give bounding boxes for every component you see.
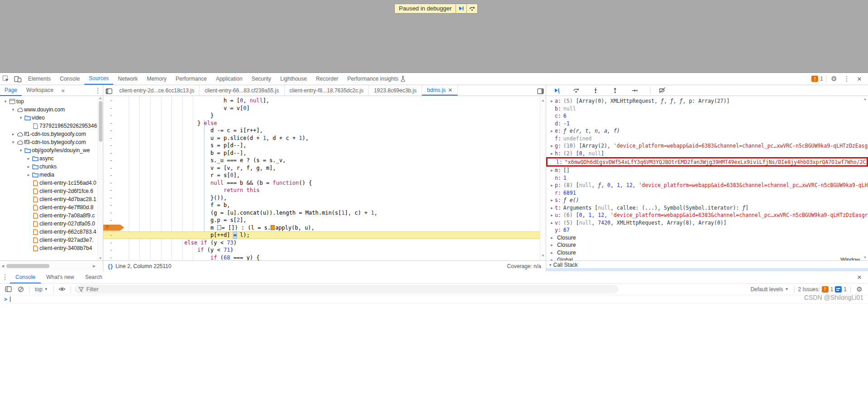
scope-row-l[interactable]: l:"x6mwQDh6dEgsvDWf54xLfY3q6VM3YQJBOtrEM… [546,157,868,167]
chevron-right-icon[interactable]: ▸ [549,213,555,217]
tree-item-media[interactable]: ▸media [0,171,103,179]
scroll-down-icon[interactable]: ▼ [863,255,867,259]
tab-sources[interactable]: Sources [84,73,113,85]
tab-security[interactable]: Security [247,73,276,85]
drawer-more-icon[interactable]: ⋮ [0,273,10,281]
scope-row-m[interactable]: ▸m:[] [546,167,868,174]
chevron-right-icon[interactable]: ▸ [549,129,555,133]
scope-row-g[interactable]: ▸g:(10) [Array(2), 'device_platform=weba… [546,142,868,150]
tab-performance-insights[interactable]: Performance insights [343,73,410,85]
scope-row-n[interactable]: n:1 [546,174,868,182]
inline-paused-marker[interactable] [271,225,275,230]
gutter-line-marker[interactable]: - [103,216,119,224]
scope-row-u[interactable]: ▸u:(6) [0, 1, 12, 'device_platform=webap… [546,211,868,219]
clear-console-icon[interactable] [16,283,25,295]
gutter-line-marker[interactable]: - [103,202,119,209]
inspect-element-icon[interactable] [0,73,12,85]
call-stack-selected-frame[interactable] [546,268,868,271]
scope-row[interactable]: ▸GlobalWindow [546,256,868,260]
code-editor[interactable]: - h = [0, null],- v = v[0]- }- } else- d… [103,96,546,260]
chevron-right-icon[interactable]: ▸ [549,198,555,202]
chevron-right-icon[interactable]: ▸ [26,173,31,177]
chevron-right-icon[interactable]: ▸ [549,250,555,255]
chevron-right-icon[interactable]: ▸ [549,235,555,240]
execution-pointer-tag[interactable]: ? [103,225,124,231]
tree-item-client-entry-7a08a8f9-c[interactable]: client-entry-7a08a8f9.c [0,211,103,220]
chevron-right-icon[interactable]: ▸ [549,151,555,156]
tree-item-async[interactable]: ▸async [0,154,103,163]
tab-console[interactable]: Console [55,73,84,85]
scroll-up-icon[interactable]: ▲ [863,97,867,101]
file-tab-client-entry-f8-18-7635dc2c-js[interactable]: client-entry-f8...18.7635dc2c.js [285,85,369,96]
scope-row-p[interactable]: ▸p:(8) [null, ƒ, 0, 1, 12, 'device_platf… [546,182,868,189]
tree-item-client-entry-3408b7b4[interactable]: client-entry-3408b7b4 [0,244,103,252]
file-tab-client-entry-66-83-cf239a55-js[interactable]: client-entry-66...83.cf239a55.js [199,85,284,96]
show-debugger-panel-icon[interactable] [535,85,546,96]
call-stack-header[interactable]: ▾ Call Stack [546,261,868,269]
close-drawer-icon[interactable]: ✕ [854,274,864,281]
device-toolbar-icon[interactable] [12,73,24,85]
pretty-print-icon[interactable]: { } [108,263,112,269]
scope-row-e[interactable]: ▸e:ƒ e(r, t, n, a, f) [546,127,868,135]
resume-script-icon[interactable] [553,86,561,95]
scope-vertical-scrollbar[interactable]: ▲ ▼ [862,96,868,260]
chevron-down-icon[interactable]: ▾ [3,99,8,104]
scroll-down-icon[interactable]: ▼ [542,252,544,260]
gutter-line-marker[interactable]: - [103,97,119,105]
chevron-down-icon[interactable]: ▾ [10,140,16,144]
chevron-right-icon[interactable]: ▸ [549,168,555,173]
gutter-line-marker[interactable]: - [103,142,119,149]
tab-recorder[interactable]: Recorder [311,73,343,85]
chevron-down-icon[interactable]: ▾ [10,107,16,112]
settings-gear-icon[interactable]: ⚙ [829,75,839,83]
scope-row-c[interactable]: c:6 [546,112,868,120]
eye-icon[interactable] [58,283,67,295]
console-filter-input[interactable]: Filter [74,285,618,293]
tab-application[interactable]: Application [211,73,247,85]
scope-row-f[interactable]: f:undefined [546,135,868,143]
scope-row[interactable]: ▸Closure [546,234,868,242]
tab-memory[interactable]: Memory [142,73,171,85]
gutter-line-marker[interactable]: - [103,239,119,247]
gutter-line-marker[interactable]: - [103,246,119,254]
gutter-line-marker[interactable]: - [103,120,119,127]
more-options-icon[interactable]: ⋮ [842,75,852,83]
scope-row-d[interactable]: d:-1 [546,120,868,128]
console-sidebar-icon[interactable] [4,283,13,295]
tree-item-video[interactable]: ▾video [0,114,103,122]
deactivate-breakpoints-icon[interactable] [658,86,666,95]
drawer-tab-what-s-new[interactable]: What's new [41,271,80,283]
step-over-banner-button[interactable] [466,4,477,13]
file-tab-bdms-js[interactable]: bdms.js✕ [422,85,458,96]
chevron-right-icon[interactable]: ▸ [549,221,555,225]
tree-item-client-entry-4d7bac28-1[interactable]: client-entry-4d7bac28.1 [0,195,103,203]
tab-workspace[interactable]: Workspace [22,85,58,96]
navigator-more-icon[interactable]: ⋮ [93,86,103,95]
tree-item-client-entry-662c8783-4[interactable]: client-entry-662c8783.4 [0,228,103,236]
gutter-line-marker[interactable]: - [103,254,119,261]
file-tab-1923-8c69ec3b-js[interactable]: 1923.8c69ec3b.js [369,85,422,96]
scope-row-a[interactable]: ▸a:(5) [Array(0), XMLHttpRequest, ƒ, ƒ, … [546,97,868,105]
navigator-vertical-scrollbar[interactable]: ▲ ▼ [97,96,103,260]
tab-network[interactable]: Network [113,73,142,85]
tab-elements[interactable]: Elements [24,73,55,85]
gutter-line-marker[interactable]: - [103,112,119,120]
tree-item-lf1-cdn-tos-bytegoofy-com[interactable]: ▸lf1-cdn-tos.bytegoofy.com [0,130,103,138]
scroll-up-icon[interactable]: ▲ [99,96,102,100]
scroll-left-icon[interactable]: ◀ [1,264,4,268]
drawer-tab-console[interactable]: Console [10,271,41,283]
gutter-line-marker[interactable]: - [103,134,119,142]
chevron-right-icon[interactable]: ▸ [549,243,555,247]
tree-item-www-douyin-com[interactable]: ▾www.douyin.com [0,106,103,114]
step-out-icon[interactable] [611,86,619,95]
tree-item-client-entry-927ad3e7[interactable]: client-entry-927ad3e7. [0,236,103,244]
more-tabs-icon[interactable]: » [58,87,68,94]
tab-performance[interactable]: Performance [171,73,211,85]
navigator-horizontal-scrollbar[interactable]: ◀ ▶ [0,260,103,271]
scope-row-v[interactable]: ▸v:(5) [null, 7420, XMLHttpRequest, Arra… [546,219,868,227]
issues-counter[interactable]: ! 1 [811,76,823,82]
hide-navigator-icon[interactable] [103,85,114,96]
gutter-line-marker[interactable]: - [103,164,119,172]
scope-row-b[interactable]: b:null [546,105,868,113]
scope-row[interactable]: ▸Closure [546,249,868,257]
